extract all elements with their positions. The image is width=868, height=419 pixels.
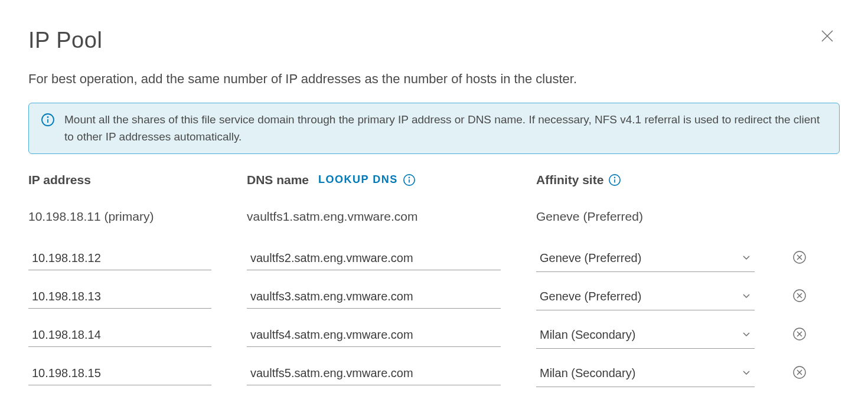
column-header-affinity: Affinity site — [536, 171, 790, 189]
affinity-site-value: Geneve (Preferred) — [540, 287, 641, 305]
column-header-dns: DNS name LOOKUP DNS — [247, 171, 536, 189]
ip-pool-table: IP address DNS name LOOKUP DNS Affinity … — [28, 171, 840, 387]
chevron-down-icon — [742, 326, 751, 343]
ip-address-input[interactable] — [28, 323, 211, 347]
primary-ip-value: 10.198.18.11 (primary) — [28, 204, 247, 230]
table-row-primary: 10.198.18.11 (primary) vaultfs1.satm.eng… — [28, 204, 840, 230]
info-icon — [41, 113, 55, 132]
chevron-down-icon — [742, 249, 751, 267]
dns-name-input[interactable] — [247, 285, 501, 309]
column-header-ip: IP address — [28, 171, 247, 189]
affinity-header-label: Affinity site — [536, 171, 603, 189]
ip-address-input[interactable] — [28, 362, 211, 385]
remove-icon — [792, 250, 807, 266]
description-text: For best operation, add the same number … — [28, 69, 840, 89]
affinity-site-select[interactable]: Milan (Secondary) — [536, 359, 755, 387]
table-row: Milan (Secondary) — [28, 321, 840, 349]
remove-row-button[interactable] — [790, 325, 809, 345]
remove-icon — [792, 327, 807, 343]
page-title: IP Pool — [28, 24, 102, 57]
table-row: Geneve (Preferred) — [28, 244, 840, 272]
affinity-site-select[interactable]: Geneve (Preferred) — [536, 283, 755, 310]
dns-name-input[interactable] — [247, 247, 501, 270]
chevron-down-icon — [742, 364, 751, 382]
dns-header-label: DNS name — [247, 171, 309, 189]
info-icon[interactable] — [403, 174, 416, 186]
ip-address-input[interactable] — [28, 247, 211, 270]
primary-dns-value: vaultfs1.satm.eng.vmware.com — [247, 204, 536, 230]
ip-address-input[interactable] — [28, 285, 211, 309]
info-icon[interactable] — [608, 174, 621, 186]
remove-row-button[interactable] — [790, 286, 809, 307]
remove-row-button[interactable] — [790, 363, 809, 384]
svg-point-4 — [48, 117, 48, 117]
info-banner: Mount all the shares of this file servic… — [28, 103, 840, 154]
affinity-site-value: Geneve (Preferred) — [540, 249, 641, 267]
dns-name-input[interactable] — [247, 362, 501, 385]
svg-point-10 — [615, 177, 615, 178]
dns-name-input[interactable] — [247, 323, 501, 347]
affinity-site-select[interactable]: Geneve (Preferred) — [536, 244, 755, 272]
chevron-down-icon — [742, 287, 751, 305]
remove-icon — [792, 365, 807, 381]
affinity-site-value: Milan (Secondary) — [540, 326, 635, 343]
table-row: Milan (Secondary) — [28, 359, 840, 387]
svg-point-7 — [409, 177, 409, 178]
affinity-site-value: Milan (Secondary) — [540, 364, 635, 382]
close-icon — [820, 28, 835, 44]
affinity-site-select[interactable]: Milan (Secondary) — [536, 321, 755, 349]
remove-icon — [792, 289, 807, 305]
lookup-dns-link[interactable]: LOOKUP DNS — [318, 172, 398, 188]
close-button[interactable] — [815, 24, 840, 48]
remove-row-button[interactable] — [790, 248, 809, 269]
primary-affinity-value: Geneve (Preferred) — [536, 204, 790, 230]
table-row: Geneve (Preferred) — [28, 283, 840, 310]
table-header-row: IP address DNS name LOOKUP DNS Affinity … — [28, 171, 840, 189]
info-banner-text: Mount all the shares of this file servic… — [64, 112, 827, 145]
